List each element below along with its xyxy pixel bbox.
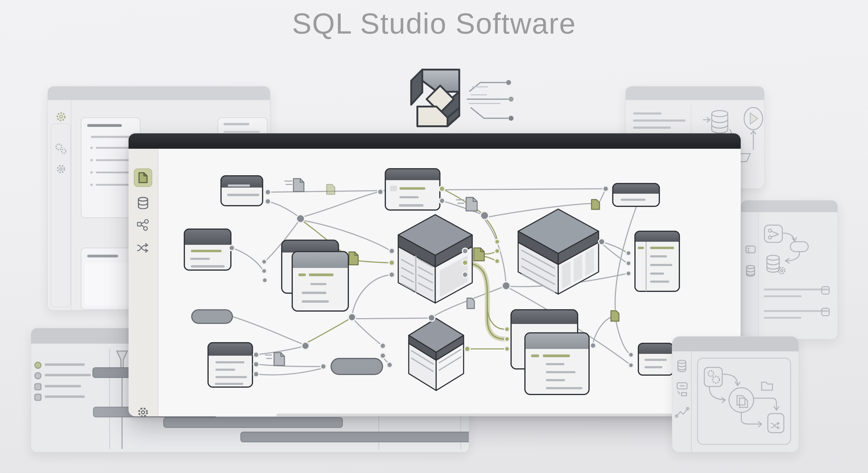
funnel-icon	[117, 351, 127, 449]
gantt-bar[interactable]	[164, 417, 342, 428]
folder-icon	[762, 382, 772, 390]
share-graph-icon	[765, 225, 782, 242]
table-node-stack[interactable]	[511, 310, 589, 395]
table-node[interactable]	[208, 343, 252, 387]
checkbox[interactable]	[35, 384, 41, 390]
diagram-canvas[interactable]	[158, 149, 741, 416]
panel-chat-icon	[677, 383, 687, 396]
sidebar-item-transform[interactable]	[134, 239, 152, 257]
flow-arrow	[741, 412, 762, 427]
pill-node[interactable]	[331, 359, 382, 374]
shuffle-icon	[768, 413, 784, 433]
page-title: SQL Studio Software	[0, 7, 868, 40]
window-body	[128, 149, 741, 416]
database-icon	[712, 110, 728, 133]
document-icon	[591, 200, 599, 209]
sidebar-item-relations[interactable]	[134, 216, 152, 234]
document-icon	[138, 172, 148, 183]
sidebar-item-database[interactable]	[134, 194, 152, 212]
document-icon	[611, 311, 619, 321]
flow-arrow	[754, 398, 779, 410]
share-graph-icon	[137, 219, 149, 231]
sidebar	[128, 149, 158, 416]
page: SQL Studio Software	[0, 0, 868, 473]
gear-icon	[58, 166, 64, 172]
horizontal-scrollbar[interactable]	[276, 413, 719, 416]
copy-docs-icon	[729, 388, 754, 412]
checkbox[interactable]	[35, 394, 41, 400]
pill-node[interactable]	[192, 310, 232, 323]
table-node[interactable]	[638, 343, 673, 375]
checklist-art	[741, 200, 837, 339]
flow-arrow	[709, 386, 725, 403]
pill-shape	[790, 242, 808, 251]
gear-icon	[137, 406, 149, 416]
table-node[interactable]	[613, 183, 659, 206]
main-window	[128, 133, 741, 416]
window-titlebar[interactable]	[128, 133, 741, 149]
table-node[interactable]	[385, 169, 440, 210]
document-icon	[467, 298, 474, 309]
gear-icon	[57, 113, 65, 121]
database-gear-icon	[767, 255, 785, 274]
sidebar-item-documents[interactable]	[134, 168, 152, 187]
pipeline-window	[672, 336, 799, 452]
shuffle-icon	[137, 243, 149, 252]
document-icon	[293, 179, 304, 192]
database-icon	[678, 360, 686, 372]
document-icon	[466, 197, 477, 211]
table-node[interactable]	[221, 176, 262, 206]
database-icon	[747, 265, 754, 276]
gears-icon	[704, 367, 722, 386]
document-icon	[349, 252, 358, 265]
database-icon	[137, 197, 149, 209]
document-icon	[274, 352, 284, 366]
pipeline-art	[672, 337, 799, 452]
document-icon	[474, 248, 484, 261]
card-dots-icon	[746, 246, 755, 253]
table-node[interactable]	[184, 229, 231, 270]
chart-line-icon	[675, 407, 689, 417]
cube-node-small[interactable]	[409, 318, 464, 391]
play-icon	[744, 107, 763, 130]
gears-icon	[56, 144, 66, 154]
radio[interactable]	[35, 373, 41, 379]
document-icon	[327, 184, 335, 194]
table-node-stack[interactable]	[282, 240, 348, 311]
cube-node-center[interactable]	[398, 215, 472, 303]
flow-arrow-up	[751, 131, 756, 149]
gantt-bar[interactable]	[241, 432, 469, 442]
sidebar-item-settings[interactable]	[134, 403, 152, 416]
flow-arrow	[704, 117, 710, 122]
flow-arrow	[722, 374, 740, 385]
diagram-art	[158, 149, 741, 416]
radio[interactable]	[35, 362, 41, 368]
table-node[interactable]	[635, 231, 679, 291]
s-circuit-logo	[406, 62, 520, 133]
checklist-window	[741, 200, 838, 339]
